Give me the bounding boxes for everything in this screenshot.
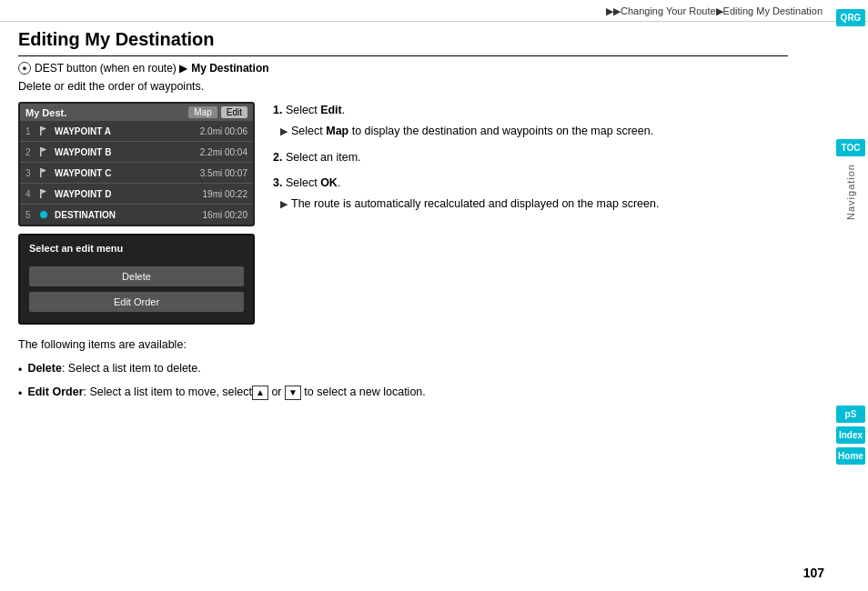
waypoint-name: WAYPOINT A: [55, 126, 200, 136]
toc-button[interactable]: TOC: [836, 139, 865, 156]
waypoint-row: 1WAYPOINT A2.0mi 00:06: [20, 121, 253, 142]
sub-instruction: ▶Select Map to display the destination a…: [280, 123, 788, 140]
waypoint-info: 2.2mi 00:04: [200, 147, 247, 157]
sub-heading-bold: My Destination: [191, 62, 268, 75]
bullet-text: Delete: Select a list item to delete.: [27, 359, 200, 377]
waypoint-icon: [36, 186, 51, 201]
sub-instruction-text: The route is automatically recalculated …: [291, 195, 659, 213]
svg-marker-5: [42, 168, 47, 173]
waypoint-row: 5DESTINATION16mi 00:20: [20, 205, 253, 225]
svg-rect-6: [40, 189, 42, 198]
svg-point-8: [40, 211, 47, 218]
left-column: My Dest. Map Edit 1WAYPOINT A2.0mi 00:06…: [18, 102, 255, 325]
bullet-items: •Delete: Select a list item to delete.•E…: [18, 359, 788, 403]
svg-marker-7: [42, 189, 47, 194]
waypoint-icon: [36, 207, 51, 222]
bullet-item: •Edit Order: Select a list item to move,…: [18, 383, 788, 403]
navigation-label: Navigation: [845, 164, 856, 220]
edit-screen: Select an edit menu DeleteEdit Order: [18, 234, 255, 325]
svg-marker-3: [42, 147, 47, 152]
nav-screen-body: 1WAYPOINT A2.0mi 00:062WAYPOINT B2.2mi 0…: [20, 121, 253, 225]
waypoint-icon: [36, 165, 51, 180]
waypoint-name: WAYPOINT C: [55, 168, 200, 178]
step-number: 3.: [273, 176, 286, 189]
waypoint-info: 19mi 00:22: [203, 189, 247, 199]
nav-screen-header: My Dest. Map Edit: [20, 104, 253, 121]
edit-menu-button[interactable]: Delete: [29, 266, 244, 286]
page-title: Editing My Destination: [18, 29, 788, 56]
main-content: Editing My Destination ● DEST button (wh…: [0, 22, 833, 416]
arrow-icon: ▶: [280, 196, 288, 212]
edit-button[interactable]: Edit: [221, 106, 247, 118]
bullet-item: •Delete: Select a list item to delete.: [18, 359, 788, 379]
index-button[interactable]: Index: [836, 426, 865, 444]
step-number: 2.: [273, 151, 286, 164]
instruction-main: 1. Select Edit.: [273, 102, 788, 119]
edit-screen-title: Select an edit menu: [29, 243, 244, 254]
dest-icon: ●: [18, 62, 31, 75]
waypoint-icon: [36, 145, 51, 159]
waypoint-info: 3.5mi 00:07: [200, 168, 247, 178]
waypoint-number: 3: [25, 168, 36, 178]
waypoint-number: 1: [25, 126, 36, 136]
sub-heading: ● DEST button (when en route) ▶ My Desti…: [18, 62, 788, 75]
sub-instruction: ▶The route is automatically recalculated…: [280, 195, 788, 213]
description-text: Delete or edit the order of waypoints.: [18, 80, 788, 93]
waypoint-info: 16mi 00:20: [203, 210, 247, 220]
waypoint-number: 4: [25, 189, 36, 199]
svg-rect-4: [40, 168, 42, 177]
map-button[interactable]: Map: [188, 106, 217, 118]
edit-menu-button[interactable]: Edit Order: [29, 292, 244, 312]
arrow-icon: ▶: [280, 124, 288, 139]
ps-button[interactable]: pS: [836, 406, 865, 423]
waypoint-name: WAYPOINT B: [55, 147, 200, 157]
bullet-dot: •: [18, 385, 22, 403]
waypoint-icon: [36, 124, 51, 138]
svg-rect-0: [40, 126, 42, 135]
waypoint-name: DESTINATION: [55, 210, 203, 220]
nav-screen-buttons: Map Edit: [188, 106, 247, 118]
right-column: 1. Select Edit.▶Select Map to display th…: [273, 102, 788, 325]
bullet-dot: •: [18, 361, 22, 379]
instruction-main: 2. Select an item.: [273, 149, 788, 166]
down-arrow-icon: ▼: [285, 386, 301, 400]
right-sidebar: QRG TOC Navigation pS Index Home: [833, 0, 868, 591]
sub-heading-prefix: DEST button (when en route) ▶: [35, 62, 187, 75]
up-arrow-icon: ▲: [252, 386, 268, 400]
two-col-layout: My Dest. Map Edit 1WAYPOINT A2.0mi 00:06…: [18, 102, 788, 325]
waypoint-number: 5: [25, 210, 36, 220]
qrg-button[interactable]: QRG: [836, 9, 865, 26]
instruction-step: 2. Select an item.: [273, 149, 788, 166]
waypoint-row: 2WAYPOINT B2.2mi 00:04: [20, 142, 253, 163]
home-button[interactable]: Home: [836, 447, 865, 465]
svg-rect-2: [40, 147, 42, 156]
page-number: 107: [803, 566, 824, 580]
bottom-section: The following items are available: •Dele…: [18, 336, 788, 403]
svg-marker-1: [42, 126, 47, 131]
waypoint-number: 2: [25, 147, 36, 157]
step-number: 1.: [273, 104, 286, 116]
instruction-step: 3. Select OK.▶The route is automatically…: [273, 175, 788, 213]
instruction-step: 1. Select Edit.▶Select Map to display th…: [273, 102, 788, 140]
bullet-text: Edit Order: Select a list item to move, …: [27, 383, 425, 401]
nav-screen-title: My Dest.: [25, 107, 66, 118]
instruction-main: 3. Select OK.: [273, 175, 788, 192]
waypoint-row: 4WAYPOINT D19mi 00:22: [20, 184, 253, 205]
breadcrumb: ▶▶Changing Your Route▶Editing My Destina…: [0, 0, 868, 22]
nav-screen: My Dest. Map Edit 1WAYPOINT A2.0mi 00:06…: [18, 102, 255, 226]
waypoint-row: 3WAYPOINT C3.5mi 00:07: [20, 163, 253, 184]
sub-instruction-text: Select Map to display the destination an…: [291, 123, 653, 140]
waypoint-info: 2.0mi 00:06: [200, 126, 247, 136]
available-text: The following items are available:: [18, 336, 788, 354]
waypoint-name: WAYPOINT D: [55, 189, 203, 199]
